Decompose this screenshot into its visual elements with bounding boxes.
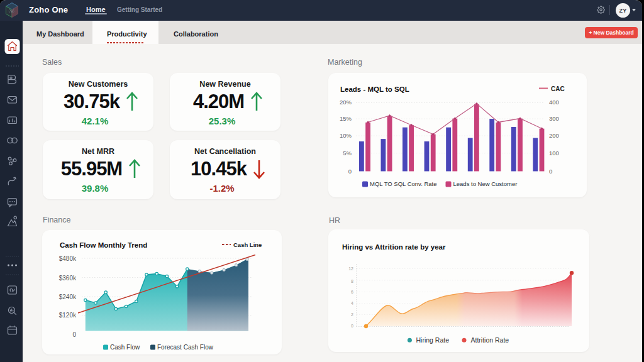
svg-text:CAC: CAC [551,85,565,92]
svg-text:100: 100 [549,150,559,156]
svg-text:20%: 20% [340,99,352,106]
svg-text:Leads to New Customer: Leads to New Customer [453,180,518,187]
svg-text:Leads - MQL to SQL: Leads - MQL to SQL [340,85,409,93]
svg-text:4: 4 [351,301,353,305]
svg-text:2: 2 [351,312,353,317]
svg-text:0: 0 [72,331,76,338]
svg-text:$120k: $120k [59,312,77,319]
svg-text:300: 300 [549,115,559,122]
svg-text:5%: 5% [343,150,352,156]
svg-text:$240k: $240k [59,293,77,300]
svg-text:200: 200 [549,132,559,139]
svg-text:400: 400 [549,99,559,106]
svg-text:Cash Flow: Cash Flow [110,344,140,351]
svg-text:0: 0 [549,168,552,175]
svg-text:12: 12 [348,266,353,271]
svg-text:8: 8 [351,279,353,283]
svg-text:$480k: $480k [59,255,77,262]
svg-text:Forecast Cash Flow: Forecast Cash Flow [157,344,214,351]
svg-text:6: 6 [351,290,353,294]
svg-text:0: 0 [348,168,352,175]
svg-text:0: 0 [351,324,353,328]
svg-text:15%: 15% [340,115,352,122]
svg-text:$360k: $360k [59,275,77,282]
svg-text:Cash Flow Monthly Trend: Cash Flow Monthly Trend [60,241,147,249]
svg-text:Cash Line: Cash Line [233,241,262,248]
svg-text:Hiring vs Attrition rate by ye: Hiring vs Attrition rate by year [342,243,446,251]
svg-text:Attrition Rate: Attrition Rate [471,336,509,344]
svg-text:MQL TO SQL Conv. Rate: MQL TO SQL Conv. Rate [370,180,436,187]
svg-text:Hiring Rate: Hiring Rate [416,336,450,344]
svg-text:10%: 10% [340,132,352,139]
